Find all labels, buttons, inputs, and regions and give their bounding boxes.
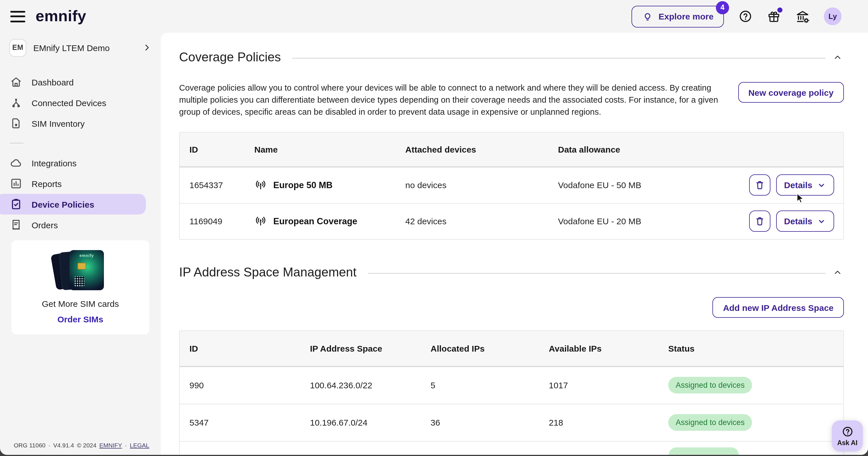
top-header: emnify Explore more 4 [0,0,868,33]
allocated-ips: 36 [431,404,549,441]
hamburger-menu-icon[interactable] [10,11,25,22]
ip-address-space: 100.64.236.0/22 [310,366,431,404]
coverage-policies-header: Coverage Policies [179,50,844,65]
ip-space-row: 5347 10.196.67.0/24 36 218 Assigned to d… [180,404,843,441]
policy-name: European Coverage [273,216,358,227]
available-ips: 218 [549,404,668,441]
data-allowance: Vodafone EU - 50 MB [558,167,734,203]
order-sims-link[interactable]: Order SIMs [17,314,144,324]
chevron-right-icon [143,43,152,52]
user-avatar[interactable]: Ly [824,7,842,25]
column-header-id: ID [180,132,254,167]
sidebar-item-orders[interactable]: Orders [0,215,161,235]
chevron-up-icon [832,267,843,278]
main-content: Coverage Policies Coverage policies allo… [161,33,868,455]
column-header-space: IP Address Space [310,331,431,366]
sim-card-icon [10,117,22,130]
chevron-up-icon [832,52,843,63]
org-switcher[interactable]: EM EMnify LTEM Demo [0,33,161,57]
antenna-icon [254,215,267,228]
app-version: V4.91.4 [53,442,74,449]
status-badge: Assigned to devices [668,415,752,431]
sidebar-item-label: Dashboard [32,77,74,87]
table-row-partial [180,441,843,455]
status-badge-partial [669,447,739,455]
chevron-down-icon [817,181,826,190]
sidebar-item-dashboard[interactable]: Dashboard [0,72,161,92]
sidebar-nav: Dashboard Connected Devices [0,72,161,235]
column-header-allocated: Allocated IPs [431,331,549,366]
sidebar-divider [10,143,24,143]
section-divider-line [368,273,826,273]
policy-id: 1169049 [180,203,254,239]
legal-link[interactable]: LEGAL [130,442,149,449]
copyright: © 2024 [77,442,96,449]
sidebar: EM EMnify LTEM Demo Dashboard [0,33,161,455]
ip-address-space: 10.196.67.0/24 [310,404,431,441]
whats-new-button[interactable] [766,9,781,24]
sidebar-item-device-policies[interactable]: Device Policies [0,194,146,215]
org-initials-badge: EM [9,39,26,57]
notification-dot [777,7,782,12]
column-header-status: Status [668,331,843,366]
available-ips: 1017 [549,366,668,404]
emnify-link[interactable]: EMNIFY [99,442,122,449]
coverage-policy-row: 1654337 [180,167,843,203]
coverage-intro-row: Coverage policies allow you to control w… [179,82,844,118]
details-button[interactable]: Details [776,211,834,232]
lightbulb-icon [642,11,653,22]
policy-id: 1654337 [180,167,254,203]
cloud-icon [10,157,22,169]
help-button[interactable] [738,9,753,24]
promo-title: Get More SIM cards [17,299,144,308]
ip-space-row: 990 100.64.236.0/22 5 1017 Assigned to d… [180,366,843,404]
column-header-available: Available IPs [549,331,668,366]
trash-icon [754,216,765,227]
delete-policy-button[interactable] [749,211,770,232]
explore-count-badge: 4 [716,1,729,14]
delete-policy-button[interactable] [749,175,770,196]
new-coverage-policy-button[interactable]: New coverage policy [738,82,844,103]
column-header-id: ID [180,331,310,366]
sidebar-item-label: SIM Inventory [32,119,85,128]
question-circle-icon [841,426,854,437]
app-window: emnify Explore more 4 [0,0,868,456]
chevron-down-icon [817,217,826,226]
org-id: ORG 11060 [14,442,45,449]
collapse-coverage-button[interactable] [831,51,844,64]
trash-icon [754,180,765,191]
emnify-logo: emnify [36,7,86,25]
sidebar-item-label: Connected Devices [32,98,106,107]
sidebar-item-connected-devices[interactable]: Connected Devices [0,92,161,113]
details-button[interactable]: Details [776,175,834,196]
ip-space-table: ID IP Address Space Allocated IPs Availa… [179,330,844,455]
collapse-ip-button[interactable] [831,266,844,279]
sidebar-footer: ORG 11060 · V4.91.4 © 2024 EMNIFY · LEGA… [14,442,149,449]
sidebar-item-sim-inventory[interactable]: SIM Inventory [0,113,161,134]
ask-ai-button[interactable]: Ask AI [832,420,863,451]
clipboard-check-icon [10,198,22,210]
home-icon [10,76,22,88]
bank-gear-icon [795,9,810,24]
ip-management-header: IP Address Space Management [179,265,844,280]
add-ip-space-button[interactable]: Add new IP Address Space [713,297,844,318]
ip-management-title: IP Address Space Management [179,265,356,280]
explore-more-button[interactable]: Explore more 4 [631,5,724,27]
sidebar-item-label: Device Policies [32,199,94,209]
sidebar-item-integrations[interactable]: Integrations [0,153,161,173]
ask-ai-label: Ask AI [837,439,858,446]
column-header-attached: Attached devices [405,132,558,167]
coverage-policies-table: ID Name Attached devices Data allowance … [179,132,844,240]
bar-chart-icon [10,177,22,190]
column-header-name: Name [254,132,405,167]
sidebar-item-reports[interactable]: Reports [0,173,161,194]
antenna-icon [254,179,267,192]
organization-settings-button[interactable] [795,9,810,24]
network-nodes-icon [10,96,22,109]
section-divider-line [292,58,826,58]
coverage-description: Coverage policies allow you to control w… [179,82,738,118]
ip-space-id: 990 [180,366,310,404]
ip-actions-row: Add new IP Address Space [179,297,844,318]
sidebar-item-label: Reports [32,179,62,188]
order-sims-promo-card: emnify Get More SIM cards Order SIMs [11,240,149,334]
